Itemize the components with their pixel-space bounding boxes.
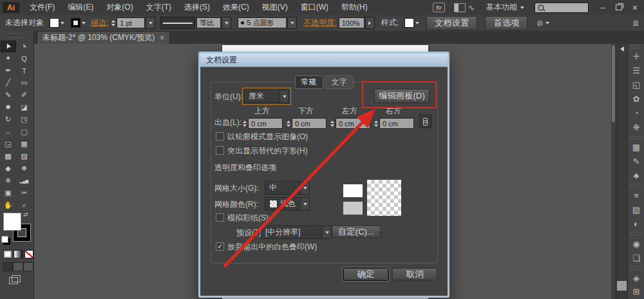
type-tool[interactable]: T — [17, 65, 32, 77]
direct-selection-tool[interactable]: ➢ — [17, 41, 32, 52]
style-control[interactable] — [404, 18, 419, 28]
discard-white-overprint-checkbox[interactable]: ✓ — [216, 242, 224, 251]
column-graph-tool[interactable]: ▂▄▆ — [17, 175, 32, 187]
zoom-tool[interactable]: ⌕ — [17, 200, 32, 211]
menubar-menu-4[interactable]: 选择(S) — [178, 0, 216, 15]
unit-dropdown[interactable]: 厘米 — [244, 90, 289, 103]
symbols-panel-icon[interactable]: ♣ — [629, 168, 644, 182]
bleed-top-input[interactable]: 0 cm — [248, 118, 283, 129]
draw-normal-button[interactable] — [3, 262, 13, 271]
preferences-button[interactable]: 首选项 — [485, 16, 527, 30]
document-tab[interactable]: 未标题-2* @ 103% (CMYK/预览) × — [37, 31, 170, 44]
graphic-styles-panel-icon[interactable]: ❑ — [629, 251, 644, 265]
pencil-tool[interactable]: ✐ — [17, 90, 32, 101]
menubar-menu-3[interactable]: 文字(T) — [140, 0, 178, 15]
color-panel-icon[interactable]: ✿ — [629, 92, 644, 106]
edit-artboards-button[interactable]: 编辑画板(D) — [374, 89, 430, 103]
menubar-menu-5[interactable]: 效果(C) — [216, 0, 256, 15]
search-input[interactable] — [535, 3, 589, 13]
brushes-panel-icon[interactable]: ✎ — [629, 155, 644, 169]
dialog-title-bar[interactable]: 文档设置 — [200, 53, 448, 67]
swap-fill-stroke-icon[interactable]: ⇄ — [23, 211, 28, 218]
screen-mode-button[interactable] — [9, 276, 33, 286]
mesh-tool[interactable]: ▩ — [1, 151, 16, 162]
vertical-scrollbar[interactable] — [611, 44, 616, 299]
rotate-tool[interactable]: ↻ — [1, 114, 16, 126]
fill-color-box[interactable] — [3, 213, 21, 231]
blend-tool[interactable]: ❖ — [17, 163, 32, 175]
outline-mode-checkbox[interactable] — [216, 132, 224, 140]
selection-tool[interactable]: ➤ — [1, 41, 16, 52]
gradient-mode-button[interactable] — [14, 250, 23, 258]
simulate-paper-checkbox[interactable] — [216, 213, 224, 222]
workspace-switcher[interactable]: 基本功能 — [486, 2, 524, 13]
brush-dropdown[interactable] — [287, 17, 297, 29]
eraser-tool[interactable]: ◪ — [17, 102, 32, 113]
pen-tool[interactable]: ✒ — [1, 65, 16, 77]
align-pixel-grid-control[interactable]: ⊘ — [536, 19, 549, 28]
blob-brush-tool[interactable]: ✹ — [1, 102, 16, 113]
artboard-tool[interactable]: ▣ — [1, 188, 16, 199]
menubar-menu-8[interactable]: 帮助(H) — [335, 0, 374, 15]
grid-color-dropdown[interactable]: 浅色 — [265, 197, 310, 211]
stroke-weight-input[interactable]: 1 pt — [117, 17, 145, 28]
rectangle-tool[interactable]: ▭ — [17, 77, 32, 89]
paintbrush-tool[interactable]: ✎ — [1, 90, 16, 101]
collapse-control-panel-icon[interactable]: ≣ — [632, 19, 639, 28]
brush-definition[interactable]: 5 点圆形 — [238, 17, 287, 28]
shape-builder-tool[interactable]: ◲ — [1, 139, 16, 150]
bleed-top-stepper[interactable] — [243, 121, 247, 127]
minimize-button[interactable]: ─ — [600, 4, 605, 12]
grid-size-dropdown[interactable]: 中 — [265, 181, 310, 195]
slice-tool[interactable]: ✂ — [17, 188, 32, 199]
appearance-panel-icon[interactable]: ◉ — [629, 236, 644, 251]
ok-button[interactable]: 确定 — [343, 268, 388, 280]
fill-color-control[interactable] — [50, 18, 64, 28]
preset-dropdown[interactable]: [中分辨率] — [261, 226, 332, 239]
pathfinder-panel-icon[interactable]: ◱ — [629, 78, 644, 92]
stroke-weight-dropdown[interactable] — [146, 17, 155, 29]
cs-live-icon[interactable]: ∿ — [468, 3, 475, 12]
menubar-menu-0[interactable]: 文件(F) — [23, 0, 61, 15]
substituted-glyphs-checkbox[interactable] — [216, 146, 224, 155]
free-transform-tool[interactable]: ▢ — [17, 126, 32, 138]
stroke-color-control[interactable] — [71, 18, 86, 28]
color-guide-panel-icon[interactable]: ❉ — [629, 121, 644, 135]
restore-button[interactable] — [616, 4, 622, 12]
draw-behind-button[interactable] — [13, 262, 23, 271]
line-segment-tool[interactable]: ╱ — [1, 77, 16, 89]
gradient-tool[interactable]: ▨ — [17, 151, 32, 162]
gradient-swatch-panel-icon[interactable]: ▧ — [629, 202, 644, 217]
tab-type[interactable]: 文字 — [325, 75, 354, 89]
swatches-panel-icon[interactable]: ▦ — [629, 140, 644, 155]
cancel-button[interactable]: 取消 — [392, 268, 437, 280]
magic-wand-tool[interactable]: ✦ — [1, 53, 16, 64]
bleed-bottom-stepper[interactable] — [287, 121, 290, 127]
gradient-panel-icon[interactable]: ◔ — [629, 106, 644, 121]
opacity-input[interactable]: 100% — [339, 17, 365, 28]
stroke-weight-stepper[interactable] — [111, 20, 115, 26]
eyedropper-tool[interactable]: ◆ — [1, 163, 16, 175]
bleed-bottom-input[interactable]: 0 cm — [292, 118, 327, 129]
bleed-left-input[interactable]: 0 cm — [336, 118, 370, 129]
stroke-profile-dropdown[interactable] — [222, 17, 231, 29]
arrange-documents-icon[interactable] — [454, 3, 466, 12]
tools-panel-grip[interactable] — [9, 33, 24, 38]
artboards-panel-icon[interactable]: ⊞ — [629, 285, 644, 299]
lasso-tool[interactable]: Q — [17, 53, 32, 64]
tab-close-icon[interactable]: × — [160, 34, 164, 43]
stroke-profile-value[interactable]: 等比 — [196, 17, 221, 28]
menubar-menu-2[interactable]: 对象(O) — [100, 0, 139, 15]
bleed-right-stepper[interactable] — [374, 121, 378, 127]
transform-panel-icon[interactable]: ✛ — [629, 50, 644, 64]
bridge-icon[interactable]: Br — [433, 3, 445, 12]
width-tool[interactable]: ⇔ — [1, 126, 16, 138]
menubar-menu-7[interactable]: 窗口(W) — [294, 0, 335, 15]
perspective-grid-tool[interactable]: ▦ — [17, 139, 32, 150]
close-button[interactable]: × — [632, 3, 638, 13]
color-mode-button[interactable] — [3, 250, 12, 258]
hand-tool[interactable]: ✋ — [1, 200, 16, 211]
bleed-left-stepper[interactable] — [330, 121, 334, 127]
draw-inside-button[interactable] — [23, 262, 33, 271]
custom-preset-button[interactable]: 自定(C)... — [332, 226, 381, 238]
